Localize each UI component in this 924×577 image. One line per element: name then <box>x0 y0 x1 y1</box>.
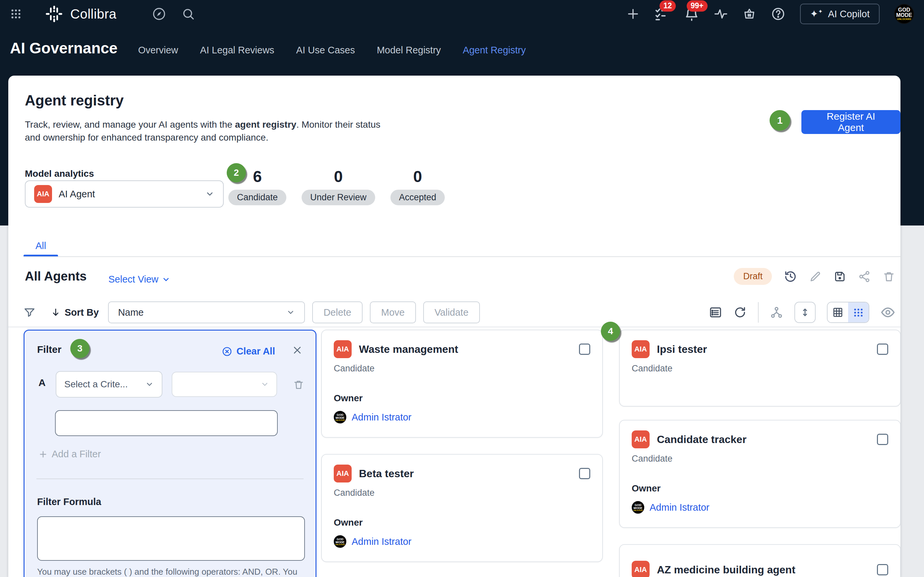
stat-candidate-label: Candidate <box>228 190 286 205</box>
tab-all[interactable]: All <box>24 240 58 251</box>
explore-compass-icon[interactable] <box>152 6 166 21</box>
row-height-button[interactable] <box>794 302 816 323</box>
agent-card-checkbox[interactable] <box>877 434 888 445</box>
move-button[interactable]: Move <box>370 301 416 323</box>
filter-row-delete-icon[interactable] <box>293 379 304 390</box>
model-analytics-select[interactable]: AIA AI Agent <box>25 181 224 208</box>
agent-card-waste-management[interactable]: AIA Waste management Candidate Owner GOD… <box>321 330 603 438</box>
sparkles-icon: ✦✦ <box>810 9 823 19</box>
filter-divider <box>37 479 304 479</box>
edit-pencil-icon[interactable] <box>809 270 821 283</box>
card-header: AIA Waste management <box>334 340 590 358</box>
share-icon[interactable] <box>858 270 871 283</box>
filter-criteria-select[interactable]: Select a Crite... <box>56 371 162 398</box>
brand-name: Collibra <box>70 6 117 21</box>
owner-link[interactable]: Admin Istrator <box>352 412 411 423</box>
clear-all-button[interactable]: Clear All <box>222 346 275 357</box>
filter-funnel-icon[interactable] <box>24 306 35 318</box>
delete-trash-icon[interactable] <box>882 270 895 283</box>
card-header: AIA AZ medicine building agent <box>632 561 888 577</box>
hierarchy-icon[interactable] <box>770 306 783 319</box>
agent-card-title[interactable]: Beta tester <box>359 467 414 480</box>
agent-card-title[interactable]: AZ medicine building agent <box>657 564 795 576</box>
apps-grid-icon[interactable] <box>10 8 22 20</box>
refresh-icon[interactable] <box>733 306 747 319</box>
register-ai-agent-button[interactable]: Register AI Agent <box>801 110 900 134</box>
toolbar-bottom-divider <box>8 327 900 327</box>
main-panel: Agent registry Track, review, and manage… <box>8 76 900 577</box>
agent-card-beta-tester[interactable]: AIA Beta tester Candidate Owner GODMODEU… <box>321 454 603 562</box>
agent-card-title[interactable]: Waste management <box>359 343 458 356</box>
tabs-divider <box>24 256 900 257</box>
basket-icon[interactable] <box>742 7 756 21</box>
card-header: AIA Beta tester <box>334 464 590 482</box>
sort-field-select[interactable]: Name <box>108 301 305 323</box>
filter-value-input[interactable] <box>55 410 278 436</box>
stat-under-review-value: 0 <box>334 167 343 186</box>
ai-copilot-button[interactable]: ✦✦ AI Copilot <box>800 4 880 24</box>
add-filter-button[interactable]: Add a Filter <box>39 449 101 459</box>
aia-badge: AIA <box>632 561 649 577</box>
agent-card-title[interactable]: Candidate tracker <box>657 434 746 446</box>
stat-candidate-value: 6 <box>253 167 262 186</box>
nav-tab-overview[interactable]: Overview <box>138 45 178 56</box>
agent-card-checkbox[interactable] <box>877 564 888 575</box>
all-agents-title: All Agents <box>25 269 87 284</box>
topbar: Collibra 12 99+ <box>0 0 924 28</box>
filter-panel: Filter Clear All A Select a Crite... <box>24 330 317 577</box>
app-nav: AI Governance Overview AI Legal Reviews … <box>10 39 914 57</box>
agent-card-title[interactable]: Ipsi tester <box>657 343 707 356</box>
filter-operator-select[interactable] <box>172 372 277 397</box>
card-view-toggle[interactable] <box>848 302 869 322</box>
delete-button[interactable]: Delete <box>312 301 363 323</box>
toolbar-right-icons <box>709 298 895 326</box>
nav-tab-ai-use-cases[interactable]: AI Use Cases <box>296 45 355 56</box>
agent-card-candidate-tracker[interactable]: AIA Candidate tracker Candidate Owner GO… <box>619 420 900 528</box>
owner-link[interactable]: Admin Istrator <box>352 536 411 547</box>
collibra-logo[interactable]: Collibra <box>45 5 117 23</box>
screen: Collibra 12 99+ <box>0 0 924 577</box>
chevron-down-icon <box>145 380 154 388</box>
help-icon[interactable] <box>771 6 786 21</box>
owner-row: GODMODEUNLOCKED Admin Istrator <box>334 535 590 548</box>
view-meta-row: Draft <box>734 268 895 285</box>
tasks-icon[interactable]: 12 <box>654 6 670 21</box>
list-view-icon[interactable] <box>709 306 722 319</box>
nav-tab-agent-registry[interactable]: Agent Registry <box>463 45 525 56</box>
add-icon[interactable] <box>627 7 640 21</box>
notifications-count-badge: 99+ <box>687 0 707 11</box>
draft-status-badge: Draft <box>734 268 772 285</box>
annotation-step-4: 4 <box>601 322 620 341</box>
search-icon[interactable] <box>182 7 195 21</box>
owner-link[interactable]: Admin Istrator <box>649 502 710 513</box>
agent-card-checkbox[interactable] <box>877 343 888 355</box>
filter-close-icon[interactable] <box>292 345 302 355</box>
agent-card-checkbox[interactable] <box>579 343 590 355</box>
save-icon[interactable] <box>834 270 846 283</box>
activity-pulse-icon[interactable] <box>714 7 728 21</box>
toolbar-divider-vertical <box>758 302 758 323</box>
owner-label: Owner <box>334 393 590 404</box>
agent-card-az-medicine[interactable]: AIA AZ medicine building agent <box>619 544 900 577</box>
select-view-dropdown[interactable]: Select View <box>108 274 170 285</box>
table-view-toggle[interactable] <box>828 302 848 322</box>
grid-table-icon <box>832 307 844 318</box>
notifications-bell-icon[interactable]: 99+ <box>684 6 699 21</box>
page-title: Agent registry <box>25 92 124 109</box>
nav-tab-model-registry[interactable]: Model Registry <box>377 45 441 56</box>
visibility-eye-icon[interactable] <box>881 305 895 320</box>
card-header: AIA Ipsi tester <box>632 340 888 358</box>
validate-button[interactable]: Validate <box>423 301 480 323</box>
filter-formula-textarea[interactable] <box>37 516 305 561</box>
topbar-left: Collibra <box>10 5 195 23</box>
owner-avatar: GODMODEUNLOCKED <box>334 411 346 424</box>
nav-tab-ai-legal-reviews[interactable]: AI Legal Reviews <box>200 45 275 56</box>
agent-card-checkbox[interactable] <box>579 468 590 479</box>
aia-badge: AIA <box>334 340 352 358</box>
agent-status: Candidate <box>632 363 888 374</box>
history-icon[interactable] <box>784 270 797 283</box>
agent-status: Candidate <box>632 454 888 464</box>
user-avatar[interactable]: GOD MODE UNLOCKED <box>894 4 914 24</box>
agents-toolbar: Sort By Name Delete Move Validate <box>24 298 480 326</box>
agent-card-ipsi-tester[interactable]: AIA Ipsi tester Candidate <box>619 330 900 406</box>
